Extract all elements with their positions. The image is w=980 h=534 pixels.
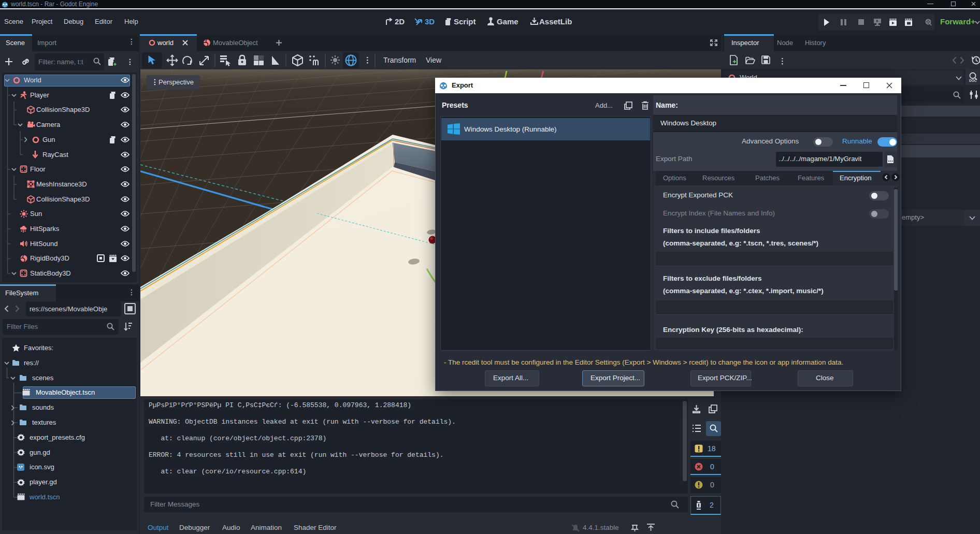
svg-text:DOC: DOC [969,79,977,82]
